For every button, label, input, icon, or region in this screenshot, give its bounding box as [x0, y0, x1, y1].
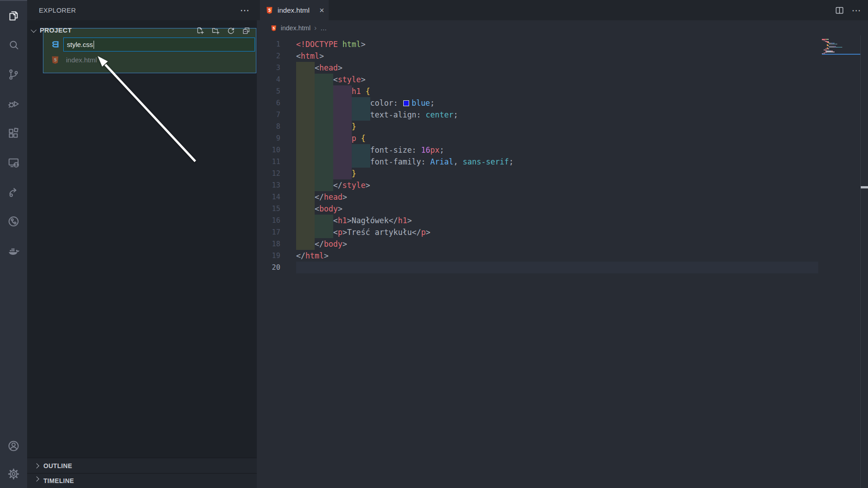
code-line[interactable]: 20	[257, 262, 868, 273]
code-token: color:	[370, 97, 403, 109]
line-number[interactable]: 5	[257, 85, 280, 97]
refresh-explorer-button[interactable]	[226, 26, 235, 35]
code-token: >	[407, 215, 412, 226]
line-number[interactable]: 11	[257, 156, 280, 168]
line-number[interactable]: 2	[257, 50, 280, 62]
code-line[interactable]: 5h1 {	[257, 85, 868, 97]
breadcrumb: 5 index.html › …	[257, 22, 327, 34]
line-number[interactable]: 18	[257, 238, 280, 250]
explorer-icon	[7, 9, 20, 22]
color-swatch[interactable]	[403, 100, 409, 106]
breadcrumb-more[interactable]: …	[320, 24, 327, 32]
timeline-section-header[interactable]: TIMELINE	[27, 473, 257, 488]
code-line[interactable]: 9p {	[257, 132, 868, 144]
code-line[interactable]: 8}	[257, 121, 868, 132]
activity-docker-button[interactable]	[0, 236, 27, 265]
line-number[interactable]: 1	[257, 38, 280, 50]
code-line[interactable]: 19</html>	[257, 250, 868, 262]
code-line[interactable]: 2<html>	[257, 50, 868, 62]
code-line[interactable]: 1<!DOCTYPE html>	[257, 38, 868, 50]
file-item-index-html[interactable]: 5 index.html	[27, 53, 257, 67]
sidebar-bottom-sections: OUTLINE TIMELINE	[27, 458, 257, 488]
indent-guide	[333, 156, 352, 168]
line-number[interactable]: 20	[257, 262, 280, 273]
code-token: font-size:	[370, 144, 421, 156]
code-line[interactable]: 15<body>	[257, 203, 868, 215]
code-token: text-align:	[370, 109, 426, 121]
activity-git-graph-button[interactable]	[0, 206, 27, 236]
activity-remote-explorer-button[interactable]	[0, 148, 27, 177]
line-number[interactable]: 19	[257, 250, 280, 262]
minimap-line-mark	[826, 52, 827, 53]
activity-live-share-button[interactable]	[0, 177, 27, 206]
breadcrumb-file[interactable]: index.html	[281, 24, 311, 32]
line-number[interactable]: 12	[257, 168, 280, 179]
sidebar-more-actions-icon[interactable]: ⋯	[240, 5, 250, 15]
code-line[interactable]: 12}	[257, 168, 868, 179]
collapse-folders-button[interactable]	[242, 26, 250, 35]
editor-actions: ⋯	[835, 0, 868, 20]
minimap-line-mark	[836, 44, 837, 45]
code-line[interactable]: 18</body>	[257, 238, 868, 250]
code-line[interactable]: 14</head>	[257, 191, 868, 203]
new-folder-button[interactable]	[211, 26, 220, 35]
code-token: style	[338, 74, 361, 85]
code-line[interactable]: 11font-family: Arial, sans-serif;	[257, 156, 868, 168]
activity-bar-bottom	[0, 432, 27, 488]
activity-account-button[interactable]	[0, 432, 27, 460]
code-line[interactable]: 16<h1>Nagłówek</h1>	[257, 215, 868, 226]
code-line[interactable]: 17<p>Treść artykułu</p>	[257, 226, 868, 238]
line-number[interactable]: 10	[257, 144, 280, 156]
overview-ruler[interactable]	[860, 35, 861, 488]
indent-guide	[296, 156, 315, 168]
code-line[interactable]: 7text-align: center;	[257, 109, 868, 121]
line-number[interactable]: 9	[257, 132, 280, 144]
activity-source-control-button[interactable]	[0, 60, 27, 89]
editor-more-actions-icon[interactable]: ⋯	[852, 6, 861, 15]
code-line[interactable]: 6color: blue;	[257, 97, 868, 109]
code-line-content: <html>	[296, 50, 324, 62]
text-caret	[94, 41, 94, 49]
code-token: >	[324, 250, 328, 262]
line-number[interactable]: 13	[257, 179, 280, 191]
indent-guide	[315, 179, 333, 191]
rename-file-input[interactable]: style.css	[63, 38, 255, 52]
line-number[interactable]: 6	[257, 97, 280, 109]
code-line[interactable]: 4<style>	[257, 74, 868, 85]
code-line-content: </style>	[296, 179, 370, 191]
activity-settings-button[interactable]	[0, 460, 27, 488]
line-number[interactable]: 8	[257, 121, 280, 132]
activity-search-button[interactable]	[0, 30, 27, 60]
indent-guide	[333, 144, 352, 156]
code-token: font-family:	[370, 156, 430, 168]
line-number[interactable]: 3	[257, 62, 280, 74]
code-line[interactable]: 13</style>	[257, 179, 868, 191]
line-number[interactable]: 15	[257, 203, 280, 215]
activity-extensions-button[interactable]	[0, 118, 27, 148]
project-section-header[interactable]: PROJECT	[27, 23, 257, 37]
tab-index-html[interactable]: 5 index.html ×	[260, 0, 329, 20]
line-number[interactable]: 16	[257, 215, 280, 226]
outline-section-label: OUTLINE	[43, 462, 72, 469]
code-token: {	[366, 85, 370, 97]
outline-section-header[interactable]: OUTLINE	[27, 458, 257, 473]
activity-explorer-button[interactable]	[0, 1, 27, 30]
line-number[interactable]: 14	[257, 191, 280, 203]
code-token: >	[342, 191, 347, 203]
code-token: </	[296, 250, 305, 262]
code-token: h1	[352, 85, 366, 97]
activity-run-debug-button[interactable]	[0, 89, 27, 118]
code-line[interactable]: 10font-size: 16px;	[257, 144, 868, 156]
indent-guide	[352, 144, 370, 156]
code-line-content: }	[296, 168, 356, 179]
split-editor-button[interactable]	[835, 6, 844, 15]
code-editor[interactable]: 1<!DOCTYPE html>2<html>3<head>4<style>5h…	[257, 38, 868, 273]
line-number[interactable]: 17	[257, 226, 280, 238]
code-line[interactable]: 3<head>	[257, 62, 868, 74]
code-line-content: text-align: center;	[296, 109, 458, 121]
code-token: </	[333, 179, 342, 191]
line-number[interactable]: 4	[257, 74, 280, 85]
line-number[interactable]: 7	[257, 109, 280, 121]
close-tab-icon[interactable]: ×	[319, 6, 324, 14]
new-file-button[interactable]	[196, 26, 204, 35]
